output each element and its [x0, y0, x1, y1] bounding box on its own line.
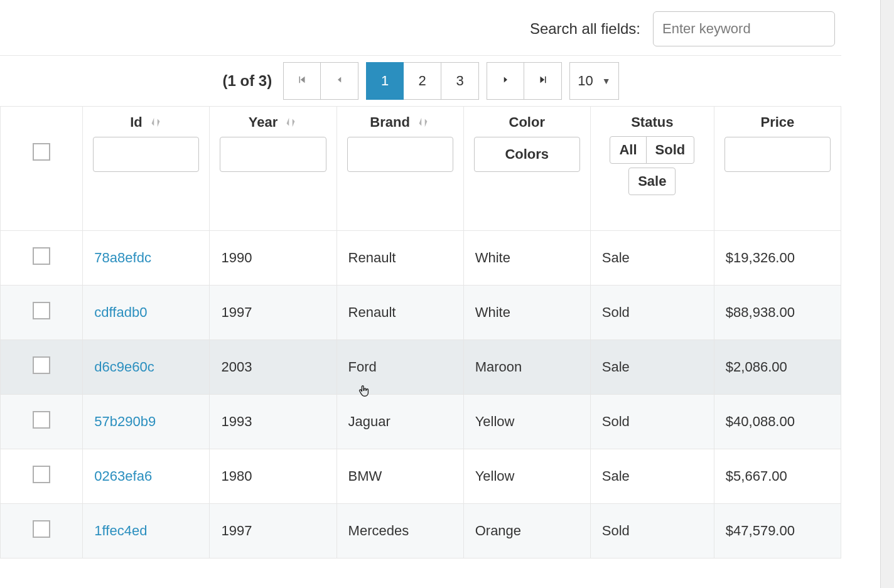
cell-price: $88,938.00 — [714, 286, 841, 340]
rows-per-page-select[interactable]: 10 ▼ — [569, 62, 618, 100]
chevron-right-icon — [500, 73, 511, 89]
page-number-button[interactable]: 1 — [366, 62, 404, 100]
header-label-id: Id — [130, 114, 143, 131]
table-row[interactable]: cdffadb01997RenaultWhiteSold$88,938.00 — [1, 286, 841, 340]
row-select-cell — [1, 449, 83, 504]
filter-input-year[interactable] — [220, 137, 326, 172]
chevron-left-icon — [334, 73, 345, 89]
search-label: Search all fields: — [530, 20, 640, 38]
last-page-button[interactable] — [524, 62, 562, 100]
data-table: Id Year — [0, 106, 841, 559]
table-row[interactable]: d6c9e60c2003FordMaroonSale$2,086.00 — [1, 340, 841, 395]
cell-id: 1ffec4ed — [83, 504, 210, 559]
header-label-price: Price — [761, 114, 795, 131]
cell-status: Sale — [590, 231, 714, 286]
row-select-checkbox[interactable] — [33, 520, 50, 538]
sort-icon — [284, 115, 298, 129]
search-input[interactable] — [653, 11, 835, 46]
id-link[interactable]: 57b290b9 — [94, 414, 156, 429]
page-number-button[interactable]: 2 — [404, 62, 441, 100]
cell-status: Sold — [590, 286, 714, 340]
table-row[interactable]: 78a8efdc1990RenaultWhiteSale$19,326.00 — [1, 231, 841, 286]
cell-brand: Renault — [337, 286, 463, 340]
header-label-brand: Brand — [370, 114, 410, 131]
header-label-color: Color — [509, 114, 545, 131]
cell-price: $47,579.00 — [714, 504, 841, 559]
cell-year: 1997 — [210, 504, 337, 559]
id-link[interactable]: 78a8efdc — [94, 250, 151, 265]
rows-per-page-value: 10 — [578, 73, 593, 89]
cell-color: Maroon — [463, 340, 590, 395]
cell-id: 57b290b9 — [83, 395, 210, 449]
col-header-id[interactable]: Id — [83, 107, 210, 231]
select-all-checkbox[interactable] — [33, 143, 50, 161]
filter-input-price[interactable] — [724, 137, 831, 172]
cell-id: d6c9e60c — [83, 340, 210, 395]
filter-input-brand[interactable] — [347, 137, 453, 172]
cell-price: $40,088.00 — [714, 395, 841, 449]
row-select-checkbox[interactable] — [33, 302, 50, 319]
cell-brand: Ford — [337, 340, 463, 395]
cell-color: White — [463, 286, 590, 340]
cell-year: 1990 — [210, 231, 337, 286]
cell-brand: Mercedes — [337, 504, 463, 559]
col-header-color: Color Colors — [463, 107, 590, 231]
col-header-brand[interactable]: Brand — [337, 107, 463, 231]
col-header-status: Status All Sold Sale — [590, 107, 714, 231]
cell-year: 2003 — [210, 340, 337, 395]
row-select-cell — [1, 231, 83, 286]
row-select-checkbox[interactable] — [33, 356, 50, 374]
cell-price: $5,667.00 — [714, 449, 841, 504]
paginator: (1 of 3) 123 — [0, 56, 841, 106]
row-select-checkbox[interactable] — [33, 247, 50, 265]
filter-select-color[interactable]: Colors — [474, 137, 580, 172]
chevron-down-icon: ▼ — [602, 76, 611, 86]
id-link[interactable]: cdffadb0 — [94, 304, 147, 320]
cell-status: Sale — [590, 449, 714, 504]
row-select-cell — [1, 395, 83, 449]
id-link[interactable]: 0263efa6 — [94, 468, 152, 484]
row-select-cell — [1, 504, 83, 559]
cell-id: 78a8efdc — [83, 231, 210, 286]
cell-brand: Renault — [337, 231, 463, 286]
id-link[interactable]: 1ffec4ed — [94, 523, 147, 538]
cell-year: 1993 — [210, 395, 337, 449]
table-row[interactable]: 0263efa61980BMWYellowSale$5,667.00 — [1, 449, 841, 504]
cell-brand: BMW — [337, 449, 463, 504]
first-page-icon — [296, 73, 308, 89]
cell-status: Sale — [590, 340, 714, 395]
col-header-year[interactable]: Year — [210, 107, 337, 231]
cell-year: 1997 — [210, 286, 337, 340]
status-filter-sale[interactable]: Sale — [628, 168, 676, 195]
cell-status: Sold — [590, 504, 714, 559]
filter-input-id[interactable] — [93, 137, 199, 172]
col-header-price: Price — [714, 107, 841, 231]
page-number-button[interactable]: 3 — [441, 62, 479, 100]
header-label-year: Year — [249, 114, 278, 131]
cell-status: Sold — [590, 395, 714, 449]
col-header-select — [1, 107, 83, 231]
status-filter-all[interactable]: All — [610, 136, 646, 164]
prev-page-button[interactable] — [321, 62, 358, 100]
cell-price: $19,326.00 — [714, 231, 841, 286]
status-filter-sold[interactable]: Sold — [646, 136, 695, 164]
cell-year: 1980 — [210, 449, 337, 504]
row-select-cell — [1, 286, 83, 340]
cell-color: Yellow — [463, 449, 590, 504]
header-label-status: Status — [631, 114, 673, 131]
first-page-button[interactable] — [283, 62, 321, 100]
sort-icon — [416, 115, 430, 129]
row-select-checkbox[interactable] — [33, 411, 50, 429]
id-link[interactable]: d6c9e60c — [94, 359, 154, 375]
table-row[interactable]: 1ffec4ed1997MercedesOrangeSold$47,579.00 — [1, 504, 841, 559]
row-select-checkbox[interactable] — [33, 466, 50, 483]
table-row[interactable]: 57b290b91993JaguarYellowSold$40,088.00 — [1, 395, 841, 449]
next-page-button[interactable] — [487, 62, 524, 100]
sort-icon — [149, 115, 163, 129]
last-page-icon — [537, 73, 549, 89]
cell-price: $2,086.00 — [714, 340, 841, 395]
cell-brand: Jaguar — [337, 395, 463, 449]
page-info: (1 of 3) — [222, 72, 272, 90]
cell-id: 0263efa6 — [83, 449, 210, 504]
scrollbar[interactable] — [880, 0, 894, 588]
